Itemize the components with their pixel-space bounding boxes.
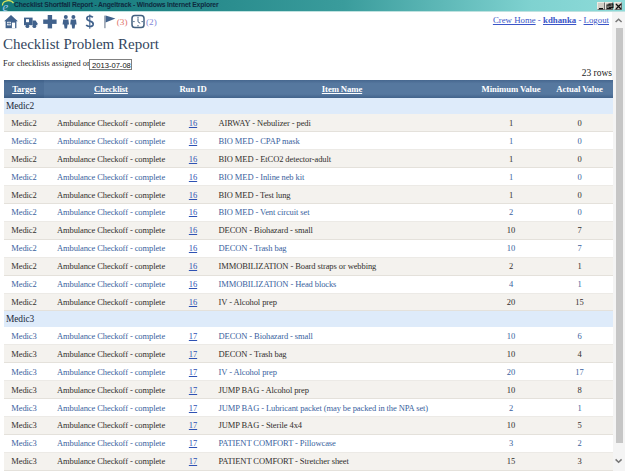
svg-text:(2): (2) bbox=[146, 17, 157, 27]
svg-text:(3): (3) bbox=[117, 17, 128, 27]
